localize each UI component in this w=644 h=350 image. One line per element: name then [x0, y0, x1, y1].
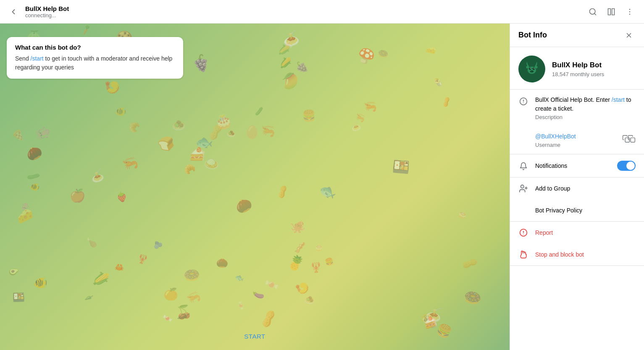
report-label: Report	[535, 229, 553, 236]
add-to-group-icon	[518, 183, 528, 194]
search-button[interactable]	[585, 4, 600, 19]
more-button[interactable]	[622, 4, 637, 19]
svg-point-16	[534, 68, 534, 69]
description-row: BullX Official Help Bot. Enter /start to…	[510, 90, 644, 126]
bot-privacy-policy-label: Bot Privacy Policy	[535, 207, 582, 214]
chat-content: What can this bot do? Send /start to get…	[0, 24, 510, 324]
username-label: Username	[535, 142, 615, 148]
danger-actions-section: Report Stop and block bot	[510, 222, 644, 266]
notifications-icon	[518, 161, 528, 171]
header-title: BullX Help Bot	[25, 5, 580, 12]
header-actions	[585, 4, 637, 19]
chat-area: 🐠🍝🧆🍗🥐🍲🥭🍝🌰🍆🥜🥐🦑🌽🌯🦐🐟🍤🥕🌶🦐🍩🍍🍓🥐🍬🎂🦐🍬🍪🍒🍤🌽🌰🥚🦑🍝🦀🍩🍄…	[0, 24, 510, 350]
copy-icon[interactable]	[622, 132, 636, 146]
start-btn-area: START	[0, 324, 510, 350]
svg-point-11	[526, 66, 529, 69]
svg-point-12	[534, 66, 537, 69]
bot-privacy-policy-row[interactable]: Bot Privacy Policy	[510, 199, 644, 221]
panel-title: Bot Info	[518, 31, 547, 40]
start-button[interactable]: START	[231, 329, 279, 343]
bot-name: BullX Help Bot	[552, 61, 604, 69]
svg-rect-2	[608, 8, 611, 15]
svg-point-5	[629, 11, 631, 12]
bot-monthly-users: 18,547 monthly users	[552, 71, 604, 77]
intro-title: What can this bot do?	[15, 44, 175, 51]
svg-point-18	[531, 71, 531, 72]
svg-point-13	[529, 68, 531, 70]
username-content: @BullXHelpBot Username	[535, 132, 615, 148]
app-header: BullX Help Bot connecting...	[0, 0, 644, 24]
notifications-label: Notifications	[535, 162, 610, 169]
close-button[interactable]	[622, 29, 636, 42]
username-row: @BullXHelpBot Username	[510, 126, 644, 154]
svg-point-15	[530, 68, 531, 69]
intro-text-before: Send	[15, 55, 31, 62]
stop-block-icon	[518, 249, 528, 260]
info-icon	[518, 96, 528, 106]
svg-point-19	[532, 71, 533, 72]
intro-text: Send /start to get in touch with a moder…	[15, 54, 175, 72]
svg-rect-3	[612, 8, 615, 15]
svg-point-4	[629, 8, 631, 10]
bot-avatar-section: BullX Help Bot 18,547 monthly users	[510, 47, 644, 90]
stop-and-block-row[interactable]: Stop and block bot	[510, 244, 644, 265]
svg-point-17	[530, 70, 534, 73]
description-content: BullX Official Help Bot. Enter /start to…	[535, 95, 636, 120]
svg-point-14	[533, 68, 535, 70]
report-icon	[518, 228, 528, 238]
desc-link[interactable]: /start	[612, 96, 625, 103]
svg-point-25	[521, 185, 524, 188]
bot-name-info: BullX Help Bot 18,547 monthly users	[552, 61, 604, 77]
username-icon	[518, 133, 528, 143]
notifications-row: Notifications	[510, 154, 644, 178]
header-info: BullX Help Bot connecting...	[25, 5, 580, 19]
svg-rect-24	[631, 138, 635, 142]
username-value: @BullXHelpBot	[535, 132, 615, 141]
actions-section: Add to Group Bot Privacy Policy	[510, 178, 644, 222]
description-label: Description	[535, 114, 636, 120]
layout-button[interactable]	[604, 4, 619, 19]
notifications-toggle[interactable]	[617, 161, 636, 171]
description-text: BullX Official Help Bot. Enter /start to…	[535, 95, 636, 113]
desc-before: BullX Official Help Bot. Enter	[535, 96, 612, 103]
report-row[interactable]: Report	[510, 222, 644, 244]
description-section: BullX Official Help Bot. Enter /start to…	[510, 90, 644, 154]
main-layout: 🐠🍝🧆🍗🥐🍲🥭🍝🌰🍆🥜🥐🦑🌽🌯🦐🐟🍤🥕🌶🦐🍩🍍🍓🥐🍬🎂🦐🍬🍪🍒🍤🌽🌰🥚🦑🍝🦀🍩🍄…	[0, 24, 644, 350]
bot-intro-bubble: What can this bot do? Send /start to get…	[7, 37, 183, 79]
svg-line-1	[594, 13, 596, 15]
stop-and-block-label: Stop and block bot	[535, 251, 584, 258]
privacy-policy-icon	[518, 205, 528, 215]
intro-link[interactable]: /start	[31, 55, 44, 62]
header-status: connecting...	[25, 12, 580, 19]
back-button[interactable]	[7, 5, 20, 19]
svg-point-6	[629, 13, 631, 15]
bot-info-panel: Bot Info	[510, 24, 644, 350]
copy-username-button[interactable]	[622, 132, 636, 146]
bot-avatar	[518, 56, 545, 82]
panel-header: Bot Info	[510, 24, 644, 47]
add-to-group-row[interactable]: Add to Group	[510, 178, 644, 199]
add-to-group-label: Add to Group	[535, 185, 570, 192]
